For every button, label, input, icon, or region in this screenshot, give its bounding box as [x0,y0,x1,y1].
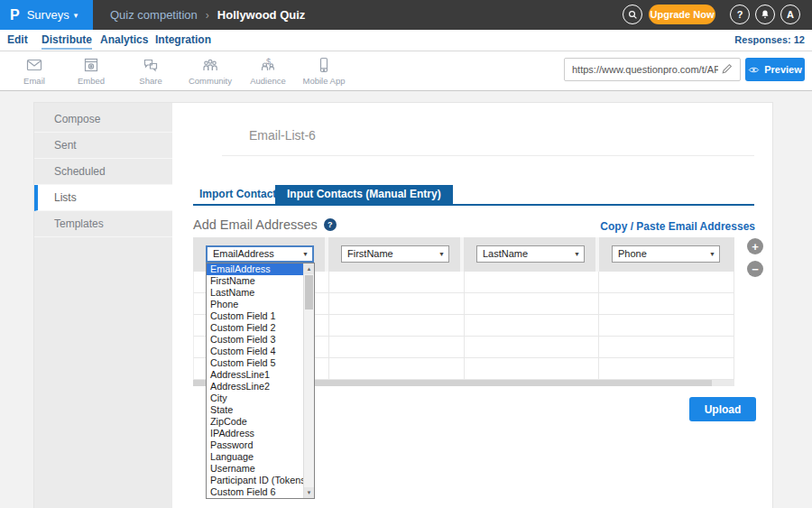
table-cell[interactable] [329,293,465,314]
table-cell[interactable] [599,358,734,379]
add-row-button[interactable]: + [747,238,763,254]
sidebar-item-lists[interactable]: Lists [34,185,172,211]
table-cell[interactable] [329,315,465,336]
section-title: Add Email Addresses [193,217,318,232]
dropdown-option[interactable]: Username [207,463,303,475]
select-caret-icon: ▼ [302,247,309,261]
dropdown-option[interactable]: AddressLine1 [207,369,303,381]
dropdown-option[interactable]: FirstName [207,275,303,287]
search-button[interactable] [623,5,642,24]
dropdown-option[interactable]: Participant ID (Tokens) [207,475,303,486]
eye-icon [748,64,760,76]
dropdown-option[interactable]: ZipCode [207,416,303,428]
dropdown-option[interactable]: State [207,404,303,416]
tab-import-contacts[interactable]: Import Contacts [199,185,282,204]
table-cell[interactable] [599,315,734,336]
table-cell[interactable] [599,337,734,357]
toolbar-item-audience[interactable]: $ Audience [238,56,298,86]
sidebar-item-templates[interactable]: Templates [34,211,172,237]
avatar-button[interactable]: A [780,5,800,24]
plus-icon: + [752,241,759,253]
dropdown-option[interactable]: EmailAddress [207,263,303,275]
toolbar-item-email[interactable]: Email [5,56,64,86]
upload-button[interactable]: Upload [689,397,756,421]
share-icon [142,56,160,74]
phone-column-select[interactable]: Phone ▼ [612,245,720,263]
nav-tab-analytics[interactable]: Analytics [100,30,148,51]
last-name-column-select[interactable]: LastName ▼ [476,245,585,263]
table-cell[interactable] [465,272,600,292]
mobile-app-icon [315,56,333,74]
remove-row-button[interactable]: − [747,261,763,277]
lists-panel: Compose Sent Scheduled Lists Templates E… [33,102,773,508]
page-title: Email-List-6 [249,128,316,143]
sidebar-item-sent[interactable]: Sent [34,133,172,159]
table-cell[interactable] [329,272,465,292]
dropdown-option[interactable]: City [207,393,303,404]
table-cell[interactable] [599,272,734,292]
select-value: EmailAddress [213,248,274,259]
community-icon [201,56,219,74]
nav-tab-distribute[interactable]: Distribute [42,30,92,51]
dropdown-option[interactable]: IPAddress [207,428,303,439]
scroll-up-button[interactable]: ▲ [304,263,314,274]
dropdown-option[interactable]: Custom Field 6 [207,486,303,498]
dropdown-option[interactable]: LastName [207,287,303,299]
table-cell[interactable] [329,358,465,379]
toolbar-item-label: Embed [78,76,105,86]
dropdown-option[interactable]: Password [207,439,303,451]
table-cell[interactable] [329,337,465,357]
breadcrumb-separator: › [206,9,209,22]
survey-url-input[interactable] [564,58,741,81]
surveys-menu-button[interactable]: P Surveys ▾ [0,0,93,30]
select-value: Phone [618,248,647,259]
question-icon: ? [737,9,743,20]
dropdown-option[interactable]: Custom Field 2 [207,322,303,334]
toolbar-item-label: Community [189,76,232,86]
embed-icon [82,56,100,74]
search-icon [627,9,639,21]
table-cell[interactable] [465,293,600,314]
upgrade-now-button[interactable]: Upgrade Now [649,5,715,24]
help-icon[interactable]: ? [324,218,337,231]
email-address-column-select[interactable]: EmailAddress ▼ [206,245,314,263]
notifications-button[interactable] [755,5,775,24]
responses-count[interactable]: Responses: 12 [734,30,805,51]
column-phone: Phone ▼ [599,237,734,272]
toolbar-item-label: Audience [250,76,286,86]
select-caret-icon: ▼ [438,246,445,262]
scroll-down-button[interactable]: ▼ [304,487,314,498]
dropdown-option[interactable]: Phone [207,299,303,310]
nav-tab-edit[interactable]: Edit [7,30,28,51]
table-cell[interactable] [599,293,734,314]
help-button[interactable]: ? [730,5,750,24]
dropdown-option[interactable]: Language [207,451,303,463]
toolbar-item-share[interactable]: Share [121,56,180,86]
dropdown-option[interactable]: Custom Field 4 [207,346,303,357]
table-cell[interactable] [465,337,600,357]
breadcrumb-folder[interactable]: Quiz competition [110,8,198,22]
sidebar-item-scheduled[interactable]: Scheduled [34,159,172,185]
toolbar-item-community[interactable]: Community [180,56,240,86]
dropdown-option[interactable]: Custom Field 5 [207,357,303,369]
first-name-column-select[interactable]: FirstName ▼ [341,245,449,263]
nav-tab-integration[interactable]: Integration [155,30,211,51]
dropdown-option[interactable]: Custom Field 1 [207,310,303,322]
copy-paste-email-addresses-link[interactable]: Copy / Paste Email Addresses [600,220,755,233]
dropdown-option[interactable]: Custom Field 3 [207,334,303,346]
toolbar-item-mobile-app[interactable]: Mobile App [294,56,354,86]
distribute-toolbar: Email Embed Share Community $ [0,51,812,91]
section-header: Add Email Addresses ? [193,217,337,232]
dropdown-scrollbar[interactable]: ▲ ▼ [303,263,314,498]
dropdown-option[interactable]: AddressLine2 [207,381,303,393]
tab-input-contacts-manual-entry[interactable]: Input Contacts (Manual Entry) [275,185,453,204]
toolbar-item-label: Share [139,76,161,86]
toolbar-item-embed[interactable]: Embed [61,56,121,86]
edit-url-button[interactable] [721,62,734,75]
table-cell[interactable] [465,358,600,379]
dropdown-scrollbar-thumb[interactable] [305,275,313,309]
table-cell[interactable] [465,315,600,336]
preview-button[interactable]: Preview [745,58,805,81]
sidebar-item-compose[interactable]: Compose [34,106,172,133]
bell-icon [760,9,770,20]
